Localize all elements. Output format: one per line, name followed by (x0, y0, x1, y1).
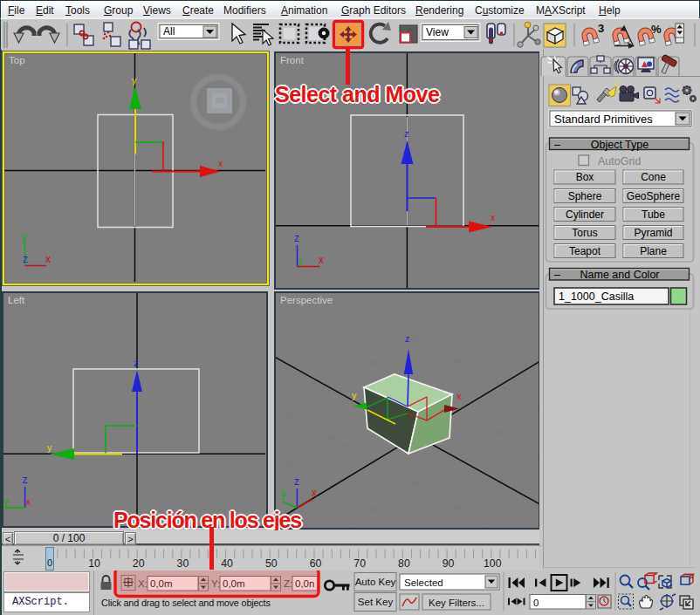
svg-text:Box: Box (576, 171, 594, 183)
svg-text:Selected: Selected (404, 577, 443, 588)
svg-text:Plane: Plane (640, 245, 667, 257)
svg-text:x: x (26, 496, 31, 507)
svg-text:z: z (134, 358, 139, 368)
svg-text:20: 20 (133, 557, 145, 570)
svg-text:AutoGrid: AutoGrid (598, 155, 641, 167)
svg-text:30: 30 (177, 557, 189, 570)
svg-text:x: x (218, 158, 223, 168)
svg-text:Sphere: Sphere (568, 190, 602, 202)
svg-text:x: x (45, 253, 51, 265)
svg-text:90: 90 (443, 557, 455, 570)
svg-text:Cylinder: Cylinder (566, 208, 604, 221)
svg-text:Standard Primitives: Standard Primitives (554, 113, 653, 126)
svg-text:–: – (554, 269, 560, 281)
svg-text:Tube: Tube (642, 208, 665, 221)
svg-text:100: 100 (484, 557, 502, 570)
svg-text:–: – (554, 139, 560, 151)
svg-text:GeoSphere: GeoSphere (627, 190, 681, 202)
svg-text:View: View (426, 26, 449, 38)
svg-text:40: 40 (221, 557, 233, 570)
svg-text:Teapot: Teapot (569, 245, 601, 257)
svg-text:3: 3 (598, 22, 604, 35)
svg-text:z: z (294, 232, 299, 244)
svg-text:80: 80 (398, 557, 410, 570)
svg-text:y: y (352, 390, 357, 400)
svg-text:Key Filters...: Key Filters... (429, 598, 484, 608)
svg-text:z: z (23, 253, 28, 265)
svg-text:Object Type: Object Type (591, 139, 649, 151)
svg-text:y: y (22, 231, 27, 243)
svg-text:Set Key: Set Key (358, 597, 394, 607)
svg-text:70: 70 (353, 557, 366, 570)
svg-text:10: 10 (88, 557, 100, 570)
svg-text:1_1000_Casilla: 1_1000_Casilla (559, 290, 634, 303)
svg-text:y: y (132, 75, 137, 85)
svg-text:x: x (319, 254, 324, 266)
svg-text:60: 60 (310, 557, 322, 570)
svg-text:x: x (312, 487, 317, 499)
svg-text:Cone: Cone (641, 171, 666, 183)
svg-text:y: y (3, 495, 9, 508)
svg-text:Pyramid: Pyramid (634, 227, 672, 239)
svg-text:%: % (651, 23, 662, 36)
svg-text:Torus: Torus (572, 227, 597, 239)
svg-text:Auto Key: Auto Key (355, 577, 396, 587)
svg-text:z: z (405, 333, 410, 344)
svg-text:z: z (294, 475, 299, 488)
svg-text:0: 0 (47, 557, 52, 568)
svg-text:x: x (491, 212, 496, 222)
svg-text:y: y (281, 488, 286, 500)
svg-text:0: 0 (533, 598, 539, 608)
svg-text:z: z (23, 474, 28, 486)
svg-text:y: y (47, 442, 52, 453)
svg-text:y: y (299, 256, 303, 266)
svg-text:Name and Color: Name and Color (580, 269, 659, 281)
svg-text:All: All (163, 25, 175, 38)
svg-text:x: x (456, 391, 462, 401)
svg-text:50: 50 (265, 557, 278, 570)
svg-text:z: z (404, 128, 409, 139)
